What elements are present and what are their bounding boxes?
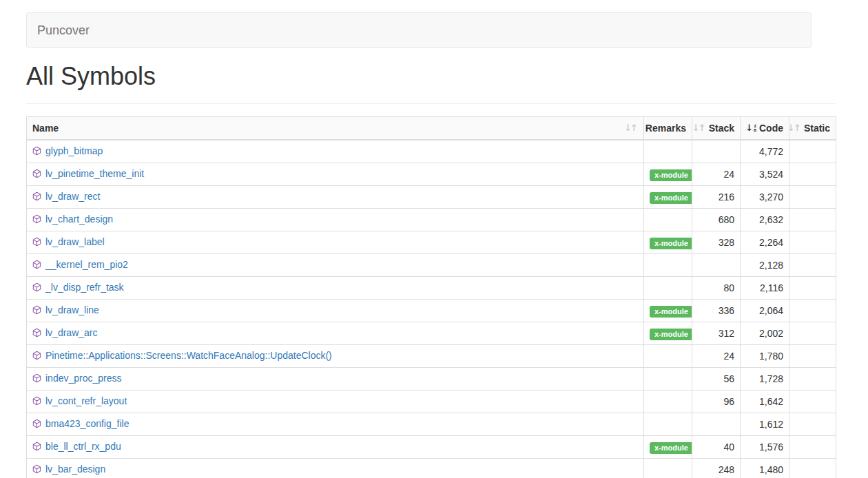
code-cell: 4,772 [741, 140, 789, 163]
column-header-static[interactable]: ↓↑ Static [789, 117, 836, 141]
code-cell: 3,270 [741, 186, 789, 209]
code-cell: 2,064 [741, 300, 789, 322]
x-module-badge: x-module [650, 329, 692, 340]
package-cube-icon [32, 168, 41, 182]
remarks-cell [644, 277, 692, 300]
stack-cell: 336 [692, 300, 741, 322]
symbol-name-cell: lv_bar_design [27, 459, 644, 478]
symbols-table-body: glyph_bitmap4,772lv_pinetime_theme_initx… [27, 140, 836, 478]
sort-icon: ↓↑ [624, 121, 638, 135]
symbol-link[interactable]: lv_draw_rect [45, 191, 100, 202]
static-cell [789, 345, 836, 368]
remarks-cell [644, 368, 692, 391]
symbols-table-header: Name ↓↑ Remarks ↓↑ Stack [27, 117, 836, 141]
remarks-cell: x-module [644, 163, 692, 186]
column-header-code[interactable]: ↓ z a Code [741, 117, 789, 141]
static-cell [789, 413, 836, 436]
table-row: ble_ll_ctrl_rx_pdux-module401,576 [27, 436, 836, 459]
table-row: __kernel_rem_pio22,128 [27, 254, 836, 277]
remarks-cell: x-module [644, 231, 692, 254]
stack-cell: 24 [692, 345, 741, 368]
code-cell: 1,780 [741, 345, 789, 368]
column-label-static: Static [804, 121, 830, 135]
symbol-name-cell: lv_draw_label [27, 231, 644, 254]
symbol-link[interactable]: lv_draw_label [45, 236, 105, 247]
symbol-link[interactable]: bma423_config_file [45, 418, 129, 429]
header-row: Name ↓↑ Remarks ↓↑ Stack [27, 117, 836, 141]
static-cell [789, 368, 836, 391]
symbol-link[interactable]: lv_bar_design [45, 464, 105, 475]
stack-cell [692, 254, 741, 277]
symbol-link[interactable]: ble_ll_ctrl_rx_pdu [45, 441, 121, 452]
symbol-link[interactable]: _lv_disp_refr_task [45, 282, 124, 293]
symbols-table: Name ↓↑ Remarks ↓↑ Stack [26, 116, 836, 478]
code-cell: 1,642 [741, 391, 789, 413]
table-row: bma423_config_file1,612 [27, 413, 836, 436]
static-cell [789, 231, 836, 254]
symbol-link[interactable]: lv_chart_design [45, 214, 113, 225]
symbol-link[interactable]: indev_proc_press [45, 373, 122, 384]
static-cell [789, 140, 836, 163]
symbol-name-cell: indev_proc_press [27, 368, 644, 391]
table-row: lv_draw_labelx-module3282,264 [27, 231, 836, 254]
table-row: glyph_bitmap4,772 [27, 140, 836, 163]
stack-cell: 328 [692, 231, 741, 254]
symbol-link[interactable]: lv_pinetime_theme_init [45, 168, 144, 179]
remarks-cell: x-module [644, 186, 692, 209]
table-row: lv_draw_rectx-module2163,270 [27, 186, 836, 209]
package-cube-icon [32, 418, 41, 432]
symbol-name-cell: lv_draw_line [27, 300, 644, 322]
sort-icon: ↓↑ [789, 121, 801, 135]
static-cell [789, 322, 836, 345]
package-cube-icon [32, 350, 41, 364]
navbar: Puncover [26, 12, 812, 48]
stack-cell: 680 [692, 209, 741, 231]
static-cell [789, 163, 836, 186]
code-cell: 3,524 [741, 163, 789, 186]
symbol-link[interactable]: lv_cont_refr_layout [45, 395, 127, 406]
symbol-link[interactable]: Pinetime::Applications::Screens::WatchFa… [45, 350, 332, 361]
stack-cell [692, 413, 741, 436]
package-cube-icon [32, 236, 41, 250]
stack-cell: 312 [692, 322, 741, 345]
stack-cell: 96 [692, 391, 741, 413]
stack-cell: 24 [692, 163, 741, 186]
symbol-name-cell: ble_ll_ctrl_rx_pdu [27, 436, 644, 459]
symbol-name-cell: lv_draw_rect [27, 186, 644, 209]
symbol-name-cell: _lv_disp_refr_task [27, 277, 644, 300]
x-module-badge: x-module [650, 192, 692, 204]
table-row: Pinetime::Applications::Screens::WatchFa… [27, 345, 836, 368]
package-cube-icon [32, 191, 41, 205]
navbar-brand-link[interactable]: Puncover [27, 23, 100, 38]
stack-cell: 248 [692, 459, 741, 478]
package-cube-icon [32, 395, 41, 409]
code-cell: 1,612 [741, 413, 789, 436]
remarks-cell: x-module [644, 322, 692, 345]
symbol-link[interactable]: glyph_bitmap [45, 145, 103, 156]
table-row: _lv_disp_refr_task802,116 [27, 277, 836, 300]
stack-cell: 56 [692, 368, 741, 391]
package-cube-icon [32, 259, 41, 273]
symbol-link[interactable]: lv_draw_arc [45, 327, 97, 338]
static-cell [789, 186, 836, 209]
static-cell [789, 300, 836, 322]
symbol-link[interactable]: lv_draw_line [45, 304, 99, 315]
symbol-name-cell: lv_draw_arc [27, 322, 644, 345]
column-header-name[interactable]: Name ↓↑ [27, 117, 644, 141]
symbol-link[interactable]: __kernel_rem_pio2 [45, 259, 128, 270]
symbol-name-cell: __kernel_rem_pio2 [27, 254, 644, 277]
column-label-name: Name [32, 121, 59, 135]
x-module-badge: x-module [650, 442, 692, 454]
package-cube-icon [32, 304, 41, 318]
column-header-remarks[interactable]: Remarks [644, 117, 692, 141]
symbol-name-cell: lv_cont_refr_layout [27, 391, 644, 413]
static-cell [789, 459, 836, 478]
symbol-name-cell: glyph_bitmap [27, 140, 644, 163]
column-header-stack[interactable]: ↓↑ Stack [692, 117, 741, 141]
package-cube-icon [32, 327, 41, 341]
package-cube-icon [32, 282, 41, 295]
static-cell [789, 254, 836, 277]
package-cube-icon [32, 214, 41, 227]
package-cube-icon [32, 145, 41, 159]
sort-icon: ↓↑ [692, 121, 706, 135]
